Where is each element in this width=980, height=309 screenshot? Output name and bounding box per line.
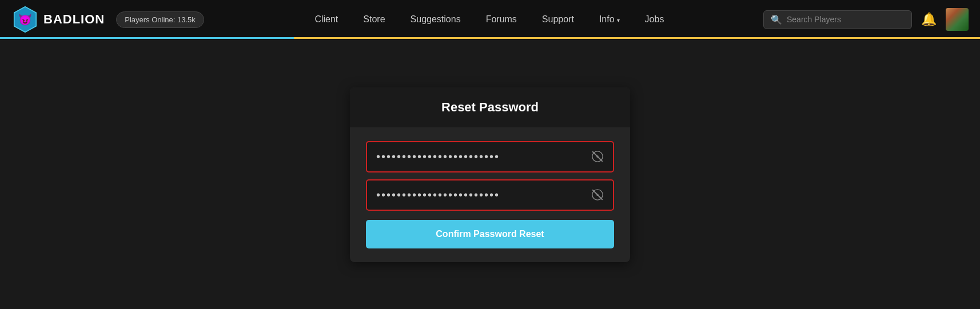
confirm-password-input[interactable] (367, 180, 613, 210)
logo-text: BADLION (43, 12, 105, 27)
nav-link-jobs[interactable]: Jobs (632, 0, 677, 39)
eye-slash-confirm-icon (591, 188, 604, 201)
avatar[interactable] (946, 8, 969, 31)
avatar-image (946, 8, 969, 31)
toggle-confirm-password-visibility-button[interactable] (589, 186, 606, 203)
chevron-down-icon: ▾ (617, 17, 620, 23)
nav-link-forums[interactable]: Forums (473, 0, 529, 39)
info-label: Info (599, 14, 615, 25)
search-input[interactable] (787, 15, 905, 24)
svg-text:😈: 😈 (18, 13, 32, 26)
navbar: 😈 BADLION Players Online: 13.5k Client S… (0, 0, 980, 40)
card-header: Reset Password (350, 87, 630, 127)
confirm-password-reset-button[interactable]: Confirm Password Reset (366, 220, 614, 248)
search-icon: 🔍 (771, 14, 782, 25)
players-online-badge: Players Online: 13.5k (116, 11, 204, 28)
logo[interactable]: 😈 BADLION (11, 6, 105, 33)
password-input-wrapper (366, 141, 614, 172)
nav-link-support[interactable]: Support (529, 0, 587, 39)
card-body: Confirm Password Reset (350, 127, 630, 262)
main-content: Reset Password (0, 40, 980, 309)
card-title: Reset Password (367, 100, 613, 115)
password-input[interactable] (367, 142, 613, 171)
nav-links: Client Store Suggestions Forums Support … (221, 0, 758, 39)
eye-slash-icon (591, 150, 604, 163)
reset-password-card: Reset Password (350, 87, 630, 262)
notification-bell-icon[interactable]: 🔔 (921, 12, 937, 27)
nav-link-store[interactable]: Store (350, 0, 397, 39)
confirm-password-input-wrapper (366, 179, 614, 211)
nav-link-client[interactable]: Client (302, 0, 350, 39)
nav-right: 🔍 🔔 (763, 8, 969, 31)
toggle-password-visibility-button[interactable] (589, 148, 606, 165)
nav-link-suggestions[interactable]: Suggestions (398, 0, 473, 39)
search-container[interactable]: 🔍 (763, 10, 912, 29)
logo-hexagon: 😈 (11, 6, 39, 33)
nav-link-info[interactable]: Info ▾ (587, 0, 632, 39)
